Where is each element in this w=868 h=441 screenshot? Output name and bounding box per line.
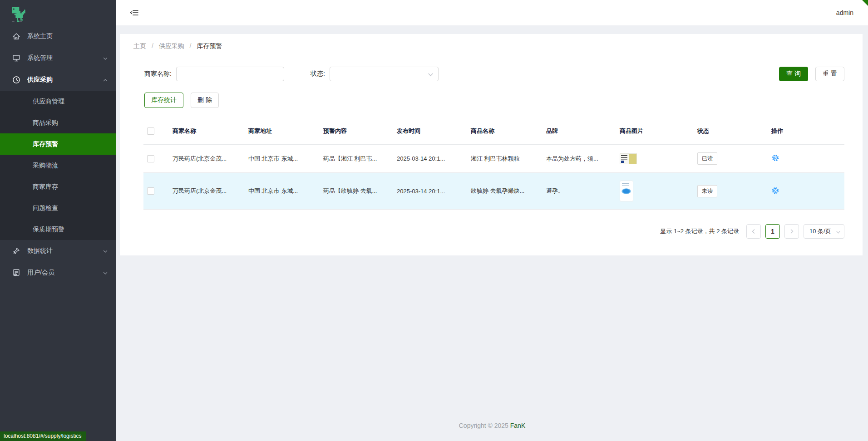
- sidebar-item-statistics[interactable]: 数据统计: [0, 240, 116, 262]
- sidebar-item-label: 系统主页: [27, 32, 108, 40]
- product-image[interactable]: [620, 181, 633, 201]
- search-button[interactable]: 查 询: [779, 67, 808, 81]
- gear-icon[interactable]: [771, 154, 779, 163]
- chevron-down-icon: [103, 248, 108, 254]
- sidebar-item-label: 用户/会员: [27, 269, 103, 277]
- merchant-name-input[interactable]: [176, 67, 284, 81]
- cell-brand: 本品为处方药，须...: [542, 145, 616, 173]
- table-header-row: 商家名称 商家地址 预警内容 发布时间 商品名称 品牌 商品图片 状态 操作: [143, 118, 844, 145]
- sidebar-item-home[interactable]: 系统主页: [0, 25, 116, 47]
- breadcrumb-separator: /: [190, 42, 192, 49]
- breadcrumb-separator: /: [152, 42, 153, 49]
- supply-submenu: 供应商管理 商品采购 库存预警 采购物流 商家库存 问题检查 保质期预警: [0, 91, 116, 240]
- col-status: 状态: [694, 118, 768, 145]
- content-card: 主页 / 供应采购 / 库存预警 商家名称: 状态: 查 询 重 置 库存统计 …: [120, 34, 863, 255]
- cell-product: 湘江 利巴韦林颗粒: [467, 145, 542, 173]
- gear-icon[interactable]: [771, 186, 779, 196]
- sidebar-subitem-issue-check[interactable]: 问题检查: [0, 197, 116, 219]
- col-publish-time: 发布时间: [393, 118, 467, 145]
- status-select[interactable]: [330, 67, 439, 81]
- chevron-left-icon[interactable]: [746, 224, 761, 239]
- pagination: 显示 1~2 条记录，共 2 条记录 1 10 条/页: [120, 224, 844, 239]
- app-logo[interactable]: [0, 0, 116, 25]
- col-merchant-name: 商家名称: [169, 118, 245, 145]
- sidebar-subitem-goods-purchase[interactable]: 商品采购: [0, 112, 116, 133]
- table-row: 万民药店(北京金茂... 中国 北京市 东城... 药品【湘江 利巴韦... 2…: [143, 145, 844, 173]
- pin-icon: [12, 246, 21, 255]
- chevron-down-icon: [103, 270, 108, 275]
- breadcrumb-current: 库存预警: [197, 42, 222, 49]
- footer: Copyright © 2025 FanK: [116, 422, 868, 429]
- warning-table: 商家名称 商家地址 预警内容 发布时间 商品名称 品牌 商品图片 状态 操作 万…: [143, 118, 844, 210]
- sidebar-item-members[interactable]: 用户/会员: [0, 262, 116, 284]
- col-product-name: 商品名称: [467, 118, 542, 145]
- sidebar-subitem-supplier-mgmt[interactable]: 供应商管理: [0, 91, 116, 112]
- reset-button[interactable]: 重 置: [815, 67, 844, 81]
- dino-logo-icon: [12, 7, 25, 24]
- row-checkbox[interactable]: [147, 155, 154, 162]
- cell-brand: 避孕。: [542, 173, 616, 210]
- pagination-summary: 显示 1~2 条记录，共 2 条记录: [660, 227, 739, 235]
- cell-time: 2025-03-14 20:1...: [393, 145, 467, 173]
- copyright-text: Copyright © 2025: [459, 422, 508, 429]
- breadcrumb-supply[interactable]: 供应采购: [159, 42, 184, 49]
- breadcrumb-home[interactable]: 主页: [133, 42, 146, 49]
- page-size-select[interactable]: 10 条/页: [804, 224, 844, 239]
- cell-warning: 药品【歆毓婷 去氧...: [320, 173, 393, 210]
- browser-status-url: localhost:8081/#/supply/logistics: [0, 431, 86, 441]
- cell-warning: 药品【湘江 利巴韦...: [320, 145, 393, 173]
- cell-merchant: 万民药店(北京金茂...: [169, 145, 245, 173]
- sidebar-item-supply[interactable]: 供应采购: [0, 69, 116, 91]
- user-menu[interactable]: admin: [836, 9, 853, 16]
- monitor-icon: [12, 54, 21, 63]
- sidebar-item-label: 供应采购: [27, 76, 103, 84]
- sidebar-item-system[interactable]: 系统管理: [0, 47, 116, 69]
- breadcrumb: 主页 / 供应采购 / 库存预警: [120, 34, 863, 50]
- chevron-up-icon: [103, 77, 108, 83]
- home-icon: [12, 32, 21, 41]
- table-toolbar: 库存统计 删 除: [120, 93, 863, 108]
- col-product-image: 商品图片: [616, 118, 694, 145]
- select-all-checkbox[interactable]: [147, 127, 154, 135]
- cell-address: 中国 北京市 东城...: [245, 173, 320, 210]
- sidebar-item-label: 系统管理: [27, 54, 103, 62]
- status-label: 状态:: [311, 70, 325, 78]
- status-badge[interactable]: 已读: [697, 152, 717, 165]
- status-badge[interactable]: 未读: [697, 185, 717, 197]
- corner-accent: [862, 0, 868, 6]
- member-card-icon: [12, 268, 21, 277]
- sidebar-subitem-purchase-logistics[interactable]: 采购物流: [0, 155, 116, 176]
- table-row: 万民药店(北京金茂... 中国 北京市 东城... 药品【歆毓婷 去氧... 2…: [143, 173, 844, 210]
- product-image[interactable]: [620, 153, 637, 164]
- sidebar-item-label: 数据统计: [27, 247, 103, 255]
- chevron-right-icon[interactable]: [784, 224, 799, 239]
- sidebar-subitem-expiry-warning[interactable]: 保质期预警: [0, 219, 116, 240]
- cell-time: 2025-03-14 20:1...: [393, 173, 467, 210]
- cell-address: 中国 北京市 东城...: [245, 145, 320, 173]
- chevron-down-icon: [103, 55, 108, 61]
- filter-bar: 商家名称: 状态: 查 询 重 置: [120, 67, 863, 81]
- brand-link[interactable]: FanK: [510, 422, 525, 429]
- sidebar: 系统主页 系统管理 供应采购 供应商管理 商品采购 库存预警 采购物流 商家库存…: [0, 0, 116, 441]
- cell-merchant: 万民药店(北京金茂...: [169, 173, 245, 210]
- stock-stats-button[interactable]: 库存统计: [144, 93, 183, 108]
- cell-product: 歆毓婷 去氧孕烯炔...: [467, 173, 542, 210]
- delete-button[interactable]: 删 除: [191, 93, 219, 108]
- col-brand: 品牌: [542, 118, 616, 145]
- menu-fold-icon[interactable]: [129, 7, 140, 18]
- sidebar-subitem-merchant-stock[interactable]: 商家库存: [0, 176, 116, 197]
- sidebar-subitem-stock-warning[interactable]: 库存预警: [0, 133, 116, 155]
- col-warning-content: 预警内容: [320, 118, 393, 145]
- col-merchant-address: 商家地址: [245, 118, 320, 145]
- page-size-value: 10 条/页: [809, 227, 831, 235]
- supply-icon: [12, 75, 21, 84]
- chevron-down-icon: [428, 71, 434, 79]
- topbar: admin: [116, 0, 868, 26]
- chevron-down-icon: [836, 229, 841, 236]
- col-actions: 操作: [768, 118, 844, 145]
- row-checkbox[interactable]: [147, 187, 154, 195]
- merchant-name-label: 商家名称:: [144, 70, 172, 78]
- page-number-button[interactable]: 1: [765, 224, 780, 239]
